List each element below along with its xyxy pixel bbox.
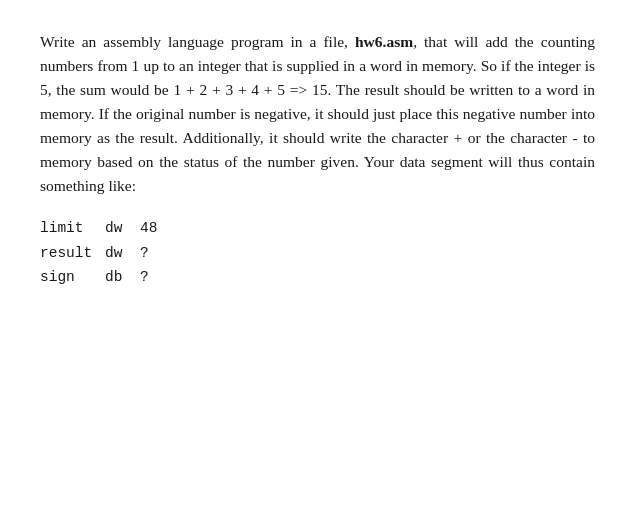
- code-type-sign: db: [105, 265, 140, 290]
- code-label-sign: sign: [40, 265, 105, 290]
- page-container: Write an assembly language program in a …: [20, 0, 615, 320]
- code-row-sign: sign db ?: [40, 265, 595, 290]
- code-type-result: dw: [105, 241, 140, 266]
- code-value-result: ?: [140, 241, 149, 266]
- code-type-limit: dw: [105, 216, 140, 241]
- code-row-result: result dw ?: [40, 241, 595, 266]
- code-block: limit dw 48 result dw ? sign db ?: [40, 216, 595, 290]
- code-value-limit: 48: [140, 216, 157, 241]
- code-label-limit: limit: [40, 216, 105, 241]
- filename: hw6.asm: [355, 33, 413, 50]
- code-label-result: result: [40, 241, 105, 266]
- code-row-limit: limit dw 48: [40, 216, 595, 241]
- code-value-sign: ?: [140, 265, 149, 290]
- main-paragraph: Write an assembly language program in a …: [40, 30, 595, 198]
